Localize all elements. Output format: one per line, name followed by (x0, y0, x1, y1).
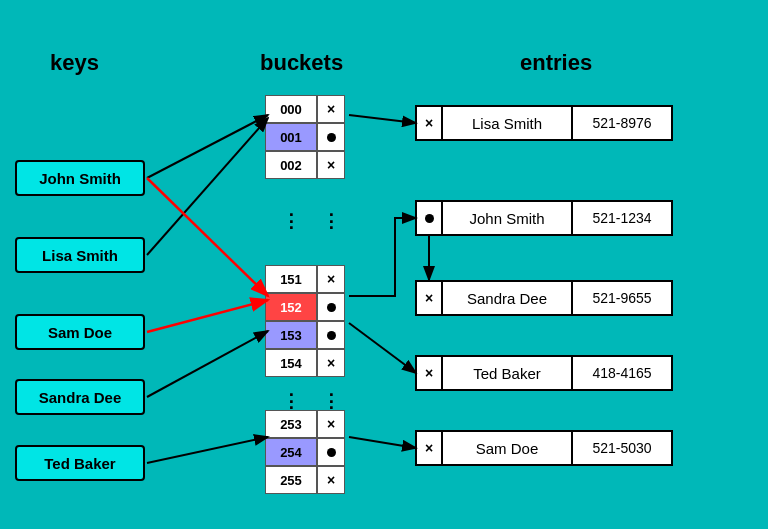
ellipsis: ⋮ (265, 210, 317, 232)
svg-line-8 (349, 115, 416, 123)
svg-line-10 (349, 323, 416, 373)
x-icon: × (327, 355, 335, 371)
entry-name: Lisa Smith (443, 105, 573, 141)
x-icon: × (327, 157, 335, 173)
entry-name: Sandra Dee (443, 280, 573, 316)
bucket-number: 253 (265, 410, 317, 438)
x-icon: × (425, 440, 433, 456)
bucket-row: 152 (265, 293, 345, 321)
dot-icon (327, 133, 336, 142)
entry-name: Ted Baker (443, 355, 573, 391)
bucket-indicator: × (317, 151, 345, 179)
svg-line-2 (147, 115, 268, 178)
entry-phone: 521-9655 (573, 280, 673, 316)
dot-icon (327, 448, 336, 457)
bucket-group: 253×254255× (265, 410, 345, 494)
bucket-indicator (317, 321, 345, 349)
entry-row: ×Sam Doe521-5030 (415, 430, 673, 466)
bucket-number: 002 (265, 151, 317, 179)
entry-row: ×Ted Baker418-4165 (415, 355, 673, 391)
bucket-row: 253× (265, 410, 345, 438)
bucket-number: 154 (265, 349, 317, 377)
bucket-indicator: × (317, 349, 345, 377)
bucket-row: 002× (265, 151, 345, 179)
x-icon: × (327, 472, 335, 488)
bucket-number: 001 (265, 123, 317, 151)
entries-header: entries (520, 50, 592, 76)
bucket-number: 254 (265, 438, 317, 466)
bucket-ellipsis: ⋮ ⋮ (265, 390, 345, 412)
entry-name: John Smith (443, 200, 573, 236)
svg-line-5 (147, 300, 268, 332)
bucket-indicator (317, 123, 345, 151)
dot-icon (327, 331, 336, 340)
ellipsis: ⋮ (317, 210, 345, 232)
key-box: Ted Baker (15, 445, 145, 481)
bucket-row: 001 (265, 123, 345, 151)
dot-icon (425, 214, 434, 223)
svg-line-3 (147, 118, 268, 255)
bucket-number: 151 (265, 265, 317, 293)
bucket-group: 151×152153154× (265, 265, 345, 377)
x-icon: × (425, 115, 433, 131)
entry-row: ×Lisa Smith521-8976 (415, 105, 673, 141)
x-icon: × (425, 365, 433, 381)
entry-phone: 521-5030 (573, 430, 673, 466)
x-icon: × (425, 290, 433, 306)
bucket-indicator: × (317, 466, 345, 494)
entry-indicator: × (415, 105, 443, 141)
entry-row: John Smith521-1234 (415, 200, 673, 236)
svg-line-7 (147, 437, 268, 463)
bucket-row: 000× (265, 95, 345, 123)
bucket-row: 154× (265, 349, 345, 377)
bucket-indicator: × (317, 410, 345, 438)
bucket-row: 153 (265, 321, 345, 349)
entry-name: Sam Doe (443, 430, 573, 466)
key-box: Lisa Smith (15, 237, 145, 273)
x-icon: × (327, 416, 335, 432)
x-icon: × (327, 101, 335, 117)
bucket-indicator: × (317, 95, 345, 123)
entry-phone: 521-8976 (573, 105, 673, 141)
bucket-indicator: × (317, 265, 345, 293)
ellipsis: ⋮ (265, 390, 317, 412)
bucket-number: 152 (265, 293, 317, 321)
bucket-ellipsis: ⋮ ⋮ (265, 210, 345, 232)
entry-phone: 418-4165 (573, 355, 673, 391)
entry-phone: 521-1234 (573, 200, 673, 236)
svg-line-6 (147, 331, 268, 397)
bucket-number: 153 (265, 321, 317, 349)
bucket-group: 000×001002× (265, 95, 345, 179)
bucket-number: 000 (265, 95, 317, 123)
dot-icon (327, 303, 336, 312)
bucket-indicator (317, 293, 345, 321)
key-box: Sandra Dee (15, 379, 145, 415)
entry-indicator: × (415, 355, 443, 391)
entry-row: ×Sandra Dee521-9655 (415, 280, 673, 316)
key-box: Sam Doe (15, 314, 145, 350)
bucket-number: 255 (265, 466, 317, 494)
entry-indicator (415, 200, 443, 236)
bucket-row: 254 (265, 438, 345, 466)
entry-indicator: × (415, 430, 443, 466)
bucket-indicator (317, 438, 345, 466)
bucket-row: 151× (265, 265, 345, 293)
entry-indicator: × (415, 280, 443, 316)
svg-line-4 (147, 178, 268, 296)
buckets-header: buckets (260, 50, 343, 76)
ellipsis: ⋮ (317, 390, 345, 412)
diagram: keys buckets entries John SmithLisa Smit… (0, 0, 768, 529)
key-box: John Smith (15, 160, 145, 196)
bucket-row: 255× (265, 466, 345, 494)
svg-line-11 (349, 437, 416, 448)
keys-header: keys (50, 50, 99, 76)
x-icon: × (327, 271, 335, 287)
